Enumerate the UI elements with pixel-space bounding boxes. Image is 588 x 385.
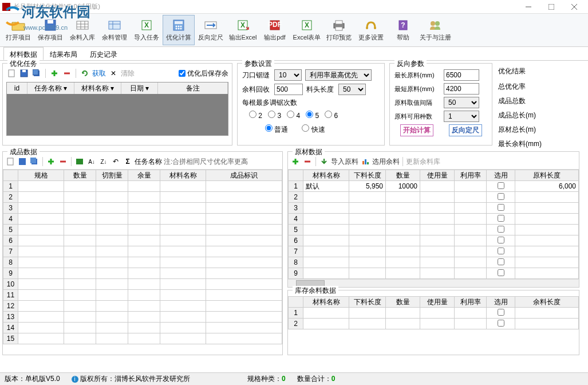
table-row[interactable]: 7 [3, 246, 282, 257]
table-row[interactable]: 9 [289, 268, 579, 279]
table-row[interactable]: 1 [3, 181, 282, 192]
clear-button[interactable]: 清除 [121, 69, 135, 78]
material-grid[interactable]: 材料名称下料长度数量使用量利用率选用原料长度 1默认5,950100006,00… [288, 170, 579, 279]
result-max-scrap: 最长余料(mm) [498, 139, 560, 149]
mode-fast[interactable]: 快速 [302, 124, 325, 135]
table-row[interactable]: 6 [289, 235, 579, 246]
stock-in-button[interactable]: 余料入库 [66, 15, 98, 45]
reverse-size-button[interactable]: 反向定尺 [195, 15, 227, 45]
import-icon[interactable] [319, 156, 329, 167]
table-row[interactable]: 1默认5,950100006,000 [289, 181, 579, 192]
tab-result-layout[interactable]: 结果布局 [44, 47, 84, 60]
table-row[interactable]: 15 [3, 333, 282, 344]
mat-remove-icon[interactable] [302, 156, 313, 167]
table-row[interactable]: 7 [289, 246, 579, 257]
svg-rect-6 [77, 21, 88, 29]
update-lib-button[interactable]: 更新余料库 [406, 157, 440, 167]
table-row[interactable]: 3 [289, 203, 579, 214]
table-row[interactable]: 5 [3, 225, 282, 235]
prod-add-icon[interactable] [46, 156, 56, 167]
cuts-2[interactable]: 2 [249, 111, 262, 120]
prod-excel-icon[interactable] [74, 156, 85, 167]
status-spec: 规格种类：0 [247, 374, 286, 384]
new-icon[interactable] [6, 68, 17, 78]
table-row[interactable]: 5 [289, 225, 579, 235]
table-row: 2 [289, 319, 579, 329]
excel-sheet-button[interactable]: XExcel表单 [291, 15, 323, 45]
mat-add-icon[interactable] [290, 156, 301, 167]
prod-save-icon[interactable] [17, 156, 27, 167]
interval-select[interactable]: 50 [444, 97, 479, 108]
start-calc-button[interactable]: 开始计算 [400, 124, 433, 136]
prod-undo-icon[interactable]: ↶ [111, 156, 121, 167]
table-row[interactable]: 8 [3, 257, 282, 268]
product-grid[interactable]: 规格数量切割量余量材料名称成品标识 123456789101112131415 [3, 170, 282, 344]
save-project-icon [42, 18, 58, 32]
svg-text:X: X [144, 21, 149, 29]
tab-history[interactable]: 历史记录 [84, 47, 124, 60]
save-project-button[interactable]: 保存项目 [34, 15, 66, 45]
mode-normal[interactable]: 普通 [265, 124, 288, 135]
table-row[interactable]: 9 [3, 268, 282, 279]
table-row[interactable]: 4 [289, 214, 579, 225]
table-row[interactable]: 2 [3, 192, 282, 203]
refresh-icon[interactable] [80, 68, 90, 78]
priority-select[interactable]: 利用率最高优先 [305, 69, 372, 81]
table-row[interactable]: 6 [3, 235, 282, 246]
help-button[interactable]: ?帮助 [387, 15, 419, 45]
table-row[interactable]: 2 [289, 192, 579, 203]
table-row[interactable]: 10 [3, 279, 282, 290]
save-all-icon[interactable] [31, 68, 42, 78]
table-row[interactable]: 12 [3, 301, 282, 312]
min-mat-input[interactable] [444, 83, 479, 95]
table-row[interactable]: 4 [3, 214, 282, 225]
prod-new-icon[interactable] [5, 156, 15, 167]
about-register-button[interactable]: 关于与注册 [419, 15, 451, 45]
table-row[interactable]: 11 [3, 290, 282, 301]
import-task-button[interactable]: X导入任务 [131, 15, 163, 45]
table-row[interactable]: 8 [289, 257, 579, 268]
table-row[interactable]: 3 [3, 203, 282, 214]
head-select[interactable]: 50 [338, 84, 366, 95]
cuts-4[interactable]: 4 [287, 111, 300, 120]
remove-icon[interactable] [62, 68, 72, 78]
prod-sort-asc-icon[interactable]: A↓ [86, 156, 97, 167]
open-project-button[interactable]: 打开项目 [2, 15, 34, 45]
reverse-size-button[interactable]: 反向定尺 [449, 124, 482, 136]
table-row[interactable]: 14 [3, 323, 282, 333]
task-grid[interactable]: id 任务名称 ▾ 材料名称 ▾ 日期 ▾ 备注 [6, 82, 228, 136]
stock-grid[interactable]: 材料名称下料长度数量使用量利用率选用余料长度 1 2 [288, 296, 579, 329]
svg-rect-17 [175, 21, 183, 24]
prod-sort-desc-icon[interactable]: Z↓ [98, 156, 109, 167]
cuts-5[interactable]: 5 [306, 111, 319, 120]
cuts-6[interactable]: 6 [325, 111, 338, 120]
types-select[interactable]: 1 [444, 111, 479, 122]
clear-icon[interactable]: ✕ [108, 68, 119, 78]
cuts-3[interactable]: 3 [268, 111, 281, 120]
minimize-button[interactable] [517, 0, 540, 14]
stock-manage-button[interactable]: 余料管理 [98, 15, 131, 45]
more-settings-button[interactable]: 更多设置 [355, 15, 387, 45]
max-mat-input[interactable] [444, 69, 479, 81]
prod-remove-icon[interactable] [58, 156, 68, 167]
table-row[interactable]: 13 [3, 312, 282, 323]
scrap-input[interactable] [274, 84, 303, 95]
select-scrap-button[interactable]: 选用余料 [372, 157, 400, 167]
export-pdf-button[interactable]: PDF输出pdf [259, 15, 291, 45]
save-icon[interactable] [19, 68, 29, 78]
col-id: id [7, 82, 27, 94]
fetch-button[interactable]: 获取 [92, 69, 106, 78]
optimize-calc-button[interactable]: 优化计算 [163, 15, 195, 45]
prod-saveall-icon[interactable] [29, 156, 40, 167]
import-material-button[interactable]: 导入原料 [331, 157, 358, 167]
export-excel-button[interactable]: X输出Excel [227, 15, 259, 45]
maximize-button[interactable] [540, 0, 563, 14]
save-after-checkbox[interactable]: 优化后保存余 [179, 69, 228, 78]
select-scrap-icon[interactable] [360, 156, 370, 167]
add-icon[interactable] [49, 68, 60, 78]
blade-select[interactable]: 10 [274, 69, 302, 81]
tab-material-data[interactable]: 材料数据 [3, 47, 44, 60]
close-button[interactable] [563, 0, 586, 14]
prod-sum-icon[interactable]: Σ [123, 156, 133, 167]
print-preview-button[interactable]: 打印预览 [323, 15, 355, 45]
